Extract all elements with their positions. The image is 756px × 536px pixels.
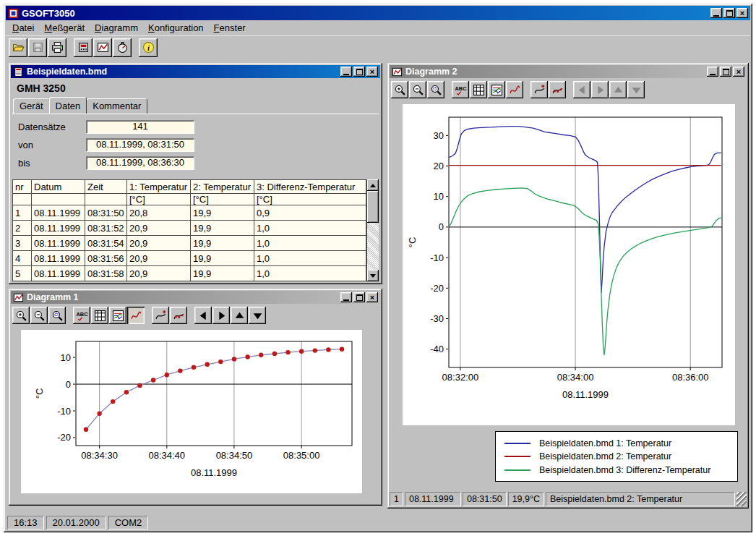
col-header-nr[interactable]: nr <box>13 180 32 194</box>
cursor-index-cell: 1 <box>390 492 403 506</box>
table-row[interactable]: 408.11.199908:31:5620,919,91,0 <box>13 251 366 266</box>
maximize-button[interactable] <box>720 67 731 77</box>
maximize-button[interactable] <box>353 292 365 302</box>
table-scrollbar[interactable] <box>366 179 379 281</box>
menu-fenster[interactable]: Fenster <box>209 21 251 35</box>
curve-button[interactable] <box>127 307 145 324</box>
nav-down-icon <box>252 310 264 322</box>
main-titlebar[interactable]: GSOFT3050 × <box>6 6 750 20</box>
style-curve-button[interactable] <box>549 81 566 98</box>
minimize-button[interactable] <box>340 67 352 77</box>
curves-chart-button[interactable] <box>109 307 126 324</box>
table-chart-icon <box>473 84 485 96</box>
add-curve-button[interactable] <box>152 307 169 324</box>
diagram-button[interactable] <box>93 38 112 57</box>
table-row[interactable]: 108.11.199908:31:5020,819,90,9 <box>13 205 366 221</box>
menu-konfiguration[interactable]: Konfiguration <box>143 21 209 35</box>
nav-down-button[interactable] <box>249 307 266 324</box>
nav-up-button[interactable] <box>231 307 248 324</box>
legend-label: Beispieldaten.bmd 1: Temperatur <box>539 438 671 448</box>
col-header-temp1[interactable]: 1: Temperatur <box>127 180 191 194</box>
table-chart-button[interactable] <box>470 81 487 98</box>
legend-line-sample <box>504 456 531 457</box>
scroll-down-button[interactable] <box>367 270 379 281</box>
nav-left-button[interactable] <box>194 307 212 324</box>
table-cell: 08.11.1999 <box>32 221 85 236</box>
table-cell: 08:31:50 <box>85 205 127 221</box>
resize-grip[interactable] <box>736 492 747 506</box>
measurement-table-area: nr Datum Zeit 1: Temperatur 2: Temperatu… <box>12 179 379 281</box>
col-header-zeit[interactable]: Zeit <box>85 180 127 194</box>
legend-item: Beispieldaten.bmd 3: Differenz-Temperatu… <box>504 465 729 475</box>
diagram1-chart-panel[interactable]: 100-10-2008:34:3008:34:4008:34:5008:35:0… <box>21 330 362 493</box>
table-row[interactable]: 508.11.199908:31:5820,919,91,0 <box>13 266 366 281</box>
table-chart-button[interactable] <box>91 307 108 324</box>
device-button[interactable] <box>113 38 132 57</box>
nav-right-button[interactable] <box>212 307 230 324</box>
scrollbar-thumb[interactable] <box>367 191 379 223</box>
scrollbar-track[interactable] <box>367 223 379 270</box>
svg-text:°C: °C <box>34 388 45 399</box>
close-button[interactable]: × <box>733 67 744 77</box>
bis-field[interactable]: 08.11.1999, 08:36:30 <box>86 156 194 170</box>
maximize-button[interactable] <box>353 67 365 77</box>
diagram2-statusbar: 1 08.11.1999 08:31:50 19,9°C Beispieldat… <box>390 492 747 506</box>
tab-kommentar[interactable]: Kommentar <box>86 98 147 114</box>
scroll-up-button[interactable] <box>367 179 379 191</box>
cursor-time-cell: 08:31:50 <box>463 492 507 506</box>
nav-up-icon <box>612 84 624 96</box>
table-cell: 08:31:54 <box>85 236 127 251</box>
col-header-diff[interactable]: 3: Differenz-Temperatur <box>254 180 366 194</box>
menu-datei[interactable]: Datei <box>7 21 39 35</box>
measurement-table: nr Datum Zeit 1: Temperatur 2: Temperatu… <box>12 179 366 281</box>
table-cell: 08.11.1999 <box>32 205 85 221</box>
nav-left-icon <box>576 84 588 96</box>
table-row[interactable]: 308.11.199908:31:5420,919,91,0 <box>13 236 366 251</box>
diagram1-titlebar[interactable]: Diagramm 1 × <box>11 291 380 304</box>
zoom-window-button[interactable] <box>48 307 66 324</box>
svg-text:08.11.1999: 08.11.1999 <box>562 389 609 400</box>
zoom-in-button[interactable] <box>391 81 408 98</box>
table-cell: 08.11.1999 <box>32 266 85 281</box>
legend-item: Beispieldaten.bmd 1: Temperatur <box>504 438 729 448</box>
svg-text:ABC: ABC <box>76 311 88 318</box>
diagram1-chart[interactable]: 100-10-2008:34:3008:34:4008:34:5008:35:0… <box>21 330 362 493</box>
diagram2-chart-panel[interactable]: 3020100-10-20-30-4008:32:0008:34:0008:36… <box>403 104 735 425</box>
curves-chart-button[interactable] <box>488 81 505 98</box>
diagram2-titlebar[interactable]: Diagramm 2 × <box>390 65 747 78</box>
abc-button[interactable]: ABC <box>452 81 469 98</box>
add-curve-button[interactable] <box>531 81 548 98</box>
table-row[interactable]: 208.11.199908:31:5220,919,91,0 <box>13 221 366 236</box>
tab-daten[interactable]: Daten <box>49 97 87 114</box>
close-button[interactable]: × <box>366 292 378 302</box>
minimize-button[interactable] <box>710 8 722 18</box>
menu-diagramm[interactable]: Diagramm <box>90 21 143 35</box>
col-header-temp2[interactable]: 2: Temperatur <box>191 180 254 194</box>
col-header-datum[interactable]: Datum <box>32 180 85 194</box>
style-curve-button[interactable] <box>170 307 187 324</box>
menu-messgeraet[interactable]: Meßgerät <box>39 21 90 35</box>
info-button[interactable]: i <box>139 38 158 57</box>
datensaetze-field[interactable]: 141 <box>86 120 194 134</box>
zoom-out-button[interactable] <box>30 307 48 324</box>
close-button[interactable]: × <box>366 67 378 77</box>
minimize-icon <box>713 15 719 17</box>
close-button[interactable]: × <box>736 8 748 18</box>
minimize-button[interactable] <box>707 67 718 77</box>
von-field[interactable]: 08.11.1999, 08:31:50 <box>86 138 194 152</box>
abc-button[interactable]: ABC <box>73 307 90 324</box>
tab-geraet[interactable]: Gerät <box>13 98 50 114</box>
close-icon: × <box>740 9 744 17</box>
open-button[interactable] <box>9 38 27 57</box>
data-window-titlebar[interactable]: Beispieldaten.bmd × <box>11 65 380 78</box>
print-button[interactable] <box>48 38 66 57</box>
maximize-button[interactable] <box>723 8 735 18</box>
minimize-button[interactable] <box>340 292 352 302</box>
curve-button[interactable] <box>506 81 523 98</box>
zoom-out-button[interactable] <box>409 81 426 98</box>
zoom-in-icon <box>15 310 27 322</box>
datalogger-button[interactable] <box>74 38 93 57</box>
diagram2-chart[interactable]: 3020100-10-20-30-4008:32:0008:34:0008:36… <box>403 104 735 425</box>
zoom-window-button[interactable] <box>427 81 444 98</box>
zoom-in-button[interactable] <box>12 307 30 324</box>
